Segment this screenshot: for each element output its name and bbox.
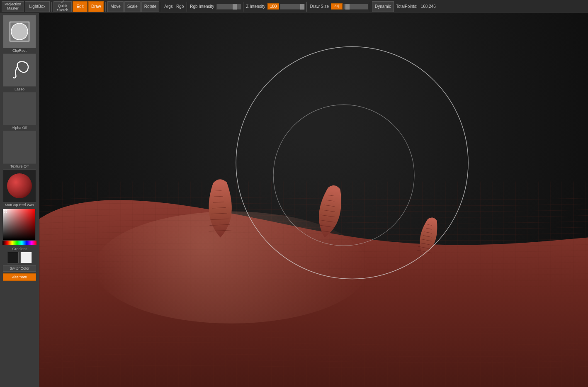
cliprect-label: ClipRect (12, 49, 27, 53)
draw-size-label: Draw Size (309, 4, 330, 9)
z-intensity-slider[interactable] (280, 4, 305, 10)
sep5 (243, 2, 243, 12)
lasso-item[interactable]: Lasso (2, 54, 36, 91)
quick-sketch-btn[interactable]: 🖊 Quick Sketch (53, 1, 72, 12)
projection-master-btn[interactable]: Projection Master (2, 1, 24, 12)
color-picker-section (2, 209, 36, 245)
svg-point-1 (11, 23, 28, 40)
sep6 (306, 2, 307, 12)
lightbox-btn[interactable]: LightBox (25, 1, 50, 12)
color-hue-strip[interactable] (2, 241, 36, 245)
texture-thumbnail[interactable] (3, 131, 36, 164)
dynamic-btn[interactable]: Dynamic (372, 1, 394, 12)
args-label: Args (163, 4, 174, 9)
alpha-item[interactable]: Alpha Off (2, 92, 36, 130)
rgb-label: Rgb (175, 4, 185, 9)
sep7 (370, 2, 370, 12)
color-spectrum (3, 209, 35, 240)
sep3 (161, 2, 161, 12)
alpha-label: Alpha Off (12, 126, 27, 130)
cliprect-item[interactable]: ClipRect (2, 15, 36, 53)
alpha-thumbnail[interactable] (3, 92, 36, 125)
scale-btn[interactable]: Scale (124, 1, 141, 12)
z-intensity-value[interactable]: 100 (267, 3, 279, 10)
gradient-label: Gradient (12, 247, 27, 251)
draw-size-slider[interactable] (343, 4, 368, 10)
draw-size-value[interactable]: 44 (331, 3, 343, 10)
sculpt-canvas[interactable] (39, 13, 588, 387)
rgb-intensity-slider[interactable] (216, 4, 241, 10)
texture-label: Texture Off (10, 164, 29, 168)
gradient-swatch-black[interactable] (7, 252, 19, 263)
matcap-sphere-preview (7, 173, 32, 198)
cliprect-thumbnail[interactable] (3, 15, 36, 48)
total-points-label: TotalPoints: (395, 4, 419, 9)
matcap-thumbnail[interactable] (3, 169, 36, 202)
color-spectrum-dark (3, 209, 35, 240)
lasso-icon (7, 58, 32, 83)
lasso-thumbnail[interactable] (3, 54, 36, 87)
main-area: ClipRect Lasso Alpha Off Texture Off (0, 13, 588, 387)
canvas-area[interactable] (39, 13, 588, 387)
matcap-item[interactable]: MatCap Red Wax (2, 169, 36, 207)
matcap-label: MatCap Red Wax (5, 203, 34, 207)
color-picker[interactable] (2, 209, 36, 240)
alternate-btn[interactable]: Alternate (3, 273, 36, 281)
gradient-swatch-white[interactable] (20, 252, 32, 263)
gradient-section: Gradient (2, 246, 36, 263)
gradient-swatches (7, 252, 32, 263)
toolbar: Projection Master LightBox 🖊 Quick Sketc… (0, 0, 588, 13)
total-points-value: 168,246 (420, 4, 437, 9)
color-cursor (4, 210, 7, 213)
rotate-btn[interactable]: Rotate (141, 1, 159, 12)
move-btn[interactable]: Move (107, 1, 123, 12)
cliprect-icon (7, 19, 32, 44)
sep1 (51, 2, 52, 12)
z-intensity-label: Z Intensity (245, 4, 267, 9)
lasso-label: Lasso (15, 87, 24, 91)
left-panel: ClipRect Lasso Alpha Off Texture Off (0, 13, 39, 387)
draw-btn[interactable]: Draw (88, 1, 104, 12)
texture-item[interactable]: Texture Off (2, 131, 36, 168)
switch-color-btn[interactable]: SwitchColor (3, 265, 36, 272)
sep4 (187, 2, 187, 12)
sep2 (105, 2, 106, 12)
edit-btn[interactable]: Edit (73, 1, 87, 12)
rgb-intensity-label: Rgb Intensity (189, 4, 215, 9)
